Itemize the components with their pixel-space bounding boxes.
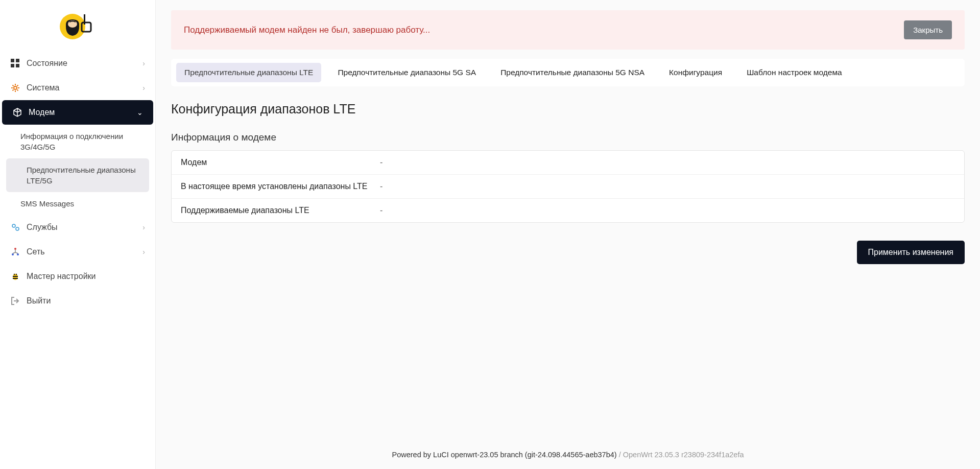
- bee-icon: [10, 271, 20, 282]
- svg-rect-4: [11, 59, 14, 62]
- section-title: Информация о модеме: [171, 132, 965, 143]
- tab-5gsa[interactable]: Предпочтительные диапазоны 5G SA: [329, 63, 484, 82]
- chevron-right-icon: ›: [142, 248, 145, 256]
- gears-icon: [10, 222, 20, 232]
- svg-rect-5: [16, 59, 19, 62]
- row-label: Модем: [181, 158, 380, 167]
- svg-rect-16: [13, 278, 18, 279]
- page-title: Конфигурация диапазонов LTE: [171, 102, 965, 116]
- modem-info-table: Модем - В настоящее время установлены ди…: [171, 150, 965, 223]
- footer-powered: Powered by LuCI openwrt-23.05 branch (gi…: [392, 451, 617, 459]
- chevron-right-icon: ›: [142, 223, 145, 231]
- gear-icon: [10, 83, 20, 93]
- tab-bar: Предпочтительные диапазоны LTE Предпочти…: [171, 59, 965, 86]
- logo: [0, 5, 155, 46]
- tab-lte[interactable]: Предпочтительные диапазоны LTE: [176, 63, 321, 82]
- sidebar-item-system[interactable]: Система ›: [0, 76, 155, 100]
- sidebar-item-label: Службы: [27, 223, 58, 232]
- svg-point-13: [17, 253, 19, 255]
- sidebar-item-label: Сеть: [27, 247, 45, 256]
- sidebar-item-label: Выйти: [27, 296, 51, 306]
- table-row: Поддерживаемые диапазоны LTE -: [172, 199, 964, 222]
- network-icon: [10, 247, 20, 257]
- tab-5gnsa[interactable]: Предпочтительные диапазоны 5G NSA: [492, 63, 653, 82]
- sidebar-sub-conninfo[interactable]: Информация о подключении 3G/4G/5G: [0, 125, 155, 158]
- svg-point-8: [14, 86, 17, 89]
- apply-button[interactable]: Применить изменения: [857, 241, 965, 264]
- sidebar-item-label: Модем: [29, 108, 55, 117]
- svg-rect-7: [16, 64, 19, 67]
- sidebar-item-label: Система: [27, 83, 59, 92]
- sidebar-sub-sms[interactable]: SMS Messages: [0, 192, 155, 215]
- sidebar-item-network[interactable]: Сеть ›: [0, 240, 155, 264]
- svg-point-17: [14, 274, 15, 275]
- alert-text: Поддерживаемый модем найден не был, заве…: [184, 25, 430, 35]
- chevron-right-icon: ›: [142, 59, 145, 67]
- sidebar-sub-bands[interactable]: Предпочтительные диапазоны LTE/5G: [6, 158, 149, 192]
- svg-point-10: [16, 227, 19, 230]
- page-body: Конфигурация диапазонов LTE Информация о…: [171, 97, 965, 264]
- row-value: -: [380, 206, 383, 215]
- sidebar-item-modem[interactable]: Модем ⌄: [2, 100, 153, 125]
- main-content: Поддерживаемый модем найден не был, заве…: [156, 0, 980, 469]
- svg-rect-6: [11, 64, 14, 67]
- sidebar-item-services[interactable]: Службы ›: [0, 215, 155, 240]
- chevron-right-icon: ›: [142, 84, 145, 92]
- sidebar-item-logout[interactable]: Выйти: [0, 289, 155, 313]
- sidebar-sub-label: SMS Messages: [20, 199, 74, 208]
- cube-icon: [12, 107, 22, 118]
- sidebar-sub-label: Предпочтительные диапазоны LTE/5G: [27, 166, 136, 185]
- sidebar: Состояние › Система › Модем ⌄ Информация…: [0, 0, 156, 469]
- logout-icon: [10, 296, 20, 306]
- row-label: Поддерживаемые диапазоны LTE: [181, 206, 380, 215]
- svg-point-9: [12, 224, 15, 227]
- footer-version: / OpenWrt 23.05.3 r23809-234f1a2efa: [617, 451, 744, 459]
- sidebar-item-label: Мастер настройки: [27, 272, 96, 281]
- svg-point-18: [16, 274, 17, 275]
- table-row: В настоящее время установлены диапазоны …: [172, 175, 964, 199]
- actions-bar: Применить изменения: [171, 241, 965, 264]
- chevron-down-icon: ⌄: [137, 108, 143, 116]
- row-value: -: [380, 158, 383, 167]
- svg-rect-15: [13, 276, 18, 277]
- sidebar-sub-label: Информация о подключении 3G/4G/5G: [20, 132, 123, 151]
- row-value: -: [380, 182, 383, 191]
- close-button[interactable]: Закрыть: [904, 20, 952, 39]
- tab-config[interactable]: Конфигурация: [661, 63, 730, 82]
- sidebar-item-status[interactable]: Состояние ›: [0, 51, 155, 76]
- footer: Powered by LuCI openwrt-23.05 branch (gi…: [156, 440, 980, 469]
- sidebar-item-wizard[interactable]: Мастер настройки: [0, 264, 155, 289]
- tab-template[interactable]: Шаблон настроек модема: [738, 63, 850, 82]
- svg-point-12: [12, 253, 14, 255]
- svg-point-11: [14, 248, 16, 250]
- row-label: В настоящее время установлены диапазоны …: [181, 182, 380, 191]
- alert-banner: Поддерживаемый модем найден не был, заве…: [171, 10, 965, 50]
- logo-icon: [57, 10, 98, 41]
- table-row: Модем -: [172, 151, 964, 175]
- dashboard-icon: [10, 58, 20, 68]
- sidebar-item-label: Состояние: [27, 59, 67, 68]
- sidebar-submenu-modem: Информация о подключении 3G/4G/5G Предпо…: [0, 125, 155, 215]
